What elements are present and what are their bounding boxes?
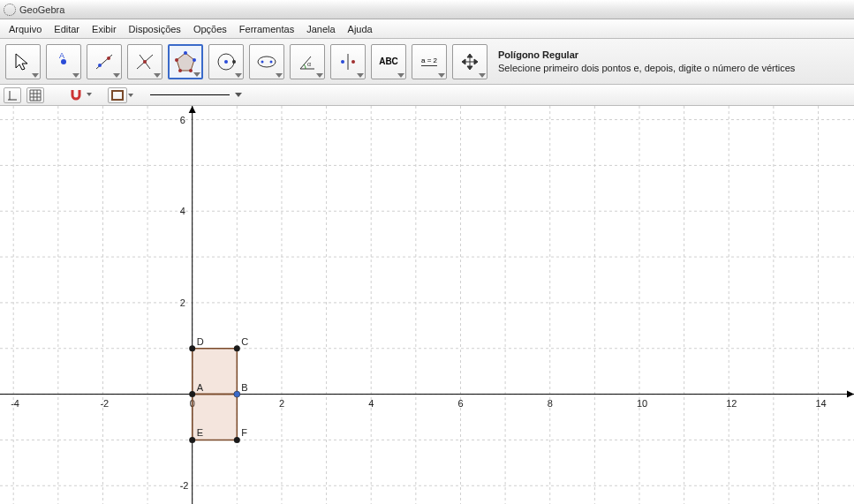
axes-icon [6, 89, 19, 102]
dropdown-icon [87, 93, 92, 96]
svg-text:14: 14 [815, 398, 826, 409]
menu-exibir[interactable]: Exibir [87, 22, 122, 36]
svg-point-82 [189, 437, 195, 443]
grid-toggle[interactable] [26, 87, 44, 103]
svg-text:A: A [197, 382, 204, 393]
tool-perpendicular[interactable] [127, 44, 162, 79]
svg-text:-2: -2 [180, 480, 189, 491]
menu-disposicoes[interactable]: Disposições [124, 22, 186, 36]
svg-point-19 [270, 60, 273, 63]
svg-point-80 [189, 345, 195, 351]
plot-svg: -4-202468101214-2246ABCDEF [0, 106, 854, 504]
tool-ellipse[interactable] [249, 44, 284, 79]
svg-point-10 [193, 58, 196, 62]
dropdown-icon [479, 73, 486, 78]
svg-point-9 [184, 51, 187, 55]
tool-reflect[interactable] [330, 44, 366, 79]
dropdown-icon [438, 73, 445, 78]
dropdown-icon [193, 72, 200, 77]
svg-point-13 [175, 58, 178, 62]
magnet-icon [69, 88, 83, 102]
svg-text:A: A [59, 51, 64, 60]
line-icon [94, 51, 115, 72]
dropdown-icon [72, 73, 79, 78]
app-title: GeoGebra [19, 4, 64, 15]
svg-marker-8 [177, 53, 194, 71]
svg-point-4 [107, 56, 110, 60]
menu-opcoes[interactable]: Opções [188, 22, 232, 36]
svg-point-12 [178, 69, 182, 72]
grid-icon [29, 89, 42, 102]
slider-icon: a = 2 [421, 56, 437, 66]
menu-janela[interactable]: Janela [301, 22, 340, 36]
menu-bar: Arquivo Editar Exibir Disposições Opções… [0, 19, 854, 39]
menu-editar[interactable]: Editar [49, 22, 85, 36]
secondary-toolbar [0, 85, 854, 106]
tool-slider[interactable]: a = 2 [412, 44, 447, 79]
angle-icon: α [297, 51, 318, 72]
perpendicular-icon [134, 51, 155, 72]
svg-text:B: B [241, 382, 247, 393]
svg-point-22 [341, 60, 344, 64]
svg-text:12: 12 [726, 398, 737, 409]
svg-marker-56 [847, 391, 854, 398]
dropdown-icon [316, 73, 323, 78]
move-view-icon [459, 51, 480, 72]
svg-line-2 [96, 55, 112, 69]
svg-text:-4: -4 [11, 398, 19, 409]
dropdown-icon [154, 73, 161, 78]
svg-point-74 [189, 391, 195, 397]
dropdown-icon [235, 93, 242, 97]
tool-hint-desc: Selecione primeiro dois pontos e, depois… [498, 62, 795, 74]
dropdown-icon [397, 73, 404, 78]
reflect-icon [337, 51, 359, 72]
svg-text:E: E [197, 427, 203, 438]
tool-line[interactable] [87, 44, 122, 79]
svg-point-84 [234, 437, 240, 443]
svg-point-7 [143, 60, 147, 64]
svg-point-76 [234, 391, 240, 397]
dropdown-icon [128, 94, 133, 97]
tool-angle[interactable]: α [290, 44, 325, 79]
svg-text:2: 2 [180, 297, 185, 308]
circle-icon [215, 51, 237, 72]
svg-point-18 [261, 60, 264, 63]
graphics-view[interactable]: -4-202468101214-2246ABCDEF [0, 106, 854, 504]
svg-text:F: F [241, 427, 247, 438]
svg-point-78 [234, 345, 240, 351]
tool-hint-title: Polígono Regular [498, 49, 795, 61]
svg-text:6: 6 [457, 398, 463, 409]
magnet-toggle[interactable] [67, 87, 85, 103]
tool-point[interactable]: A [46, 44, 81, 79]
color-picker[interactable] [108, 87, 127, 103]
point-icon: A [53, 51, 74, 72]
line-style-icon [150, 94, 230, 95]
app-icon [4, 4, 16, 16]
svg-point-16 [232, 60, 236, 64]
dropdown-icon [276, 73, 283, 78]
svg-text:D: D [197, 336, 204, 347]
tool-text[interactable]: ABC [371, 44, 406, 79]
svg-text:4: 4 [368, 398, 374, 409]
tool-move-view[interactable] [452, 44, 487, 79]
color-swatch-icon [111, 90, 124, 101]
tool-polygon[interactable] [168, 44, 203, 79]
menu-arquivo[interactable]: Arquivo [4, 22, 47, 36]
svg-point-11 [189, 69, 193, 72]
svg-text:-2: -2 [100, 398, 109, 409]
ellipse-icon [256, 51, 277, 72]
menu-ajuda[interactable]: Ajuda [343, 22, 378, 36]
tool-circle[interactable] [208, 44, 244, 79]
menu-ferramentas[interactable]: Ferramentas [234, 22, 299, 36]
svg-point-23 [351, 60, 355, 64]
svg-marker-57 [189, 106, 196, 113]
svg-point-3 [98, 64, 102, 67]
svg-text:10: 10 [637, 398, 647, 409]
svg-point-17 [258, 56, 276, 67]
main-toolbar: A α ABC a = 2 Polígono Regul [0, 39, 854, 85]
text-icon: ABC [379, 56, 398, 66]
svg-text:α: α [307, 61, 311, 67]
line-style-picker[interactable] [150, 93, 242, 97]
tool-move[interactable] [5, 44, 41, 79]
axes-toggle[interactable] [4, 87, 21, 103]
